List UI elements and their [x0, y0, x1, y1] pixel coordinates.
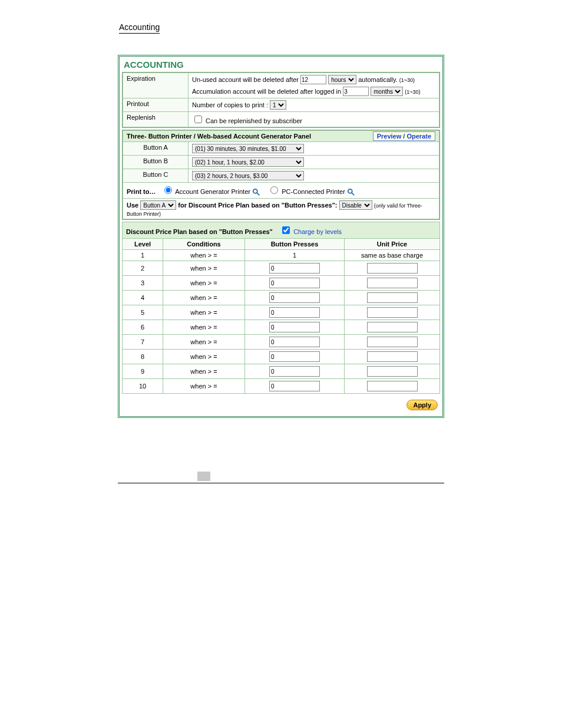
use-state-select[interactable]: Disable — [339, 200, 372, 210]
presses-cell — [245, 291, 345, 305]
replenish-checkbox-wrapper[interactable]: Can be replenished by subscriber — [192, 117, 302, 124]
preview-operate-button[interactable]: Preview / Operate — [373, 131, 435, 141]
svg-point-0 — [253, 189, 257, 193]
page-footer-line — [118, 483, 444, 484]
replenish-checkbox[interactable] — [194, 116, 202, 123]
button-c-select[interactable]: (03) 2 hours, 2 hours, $3.00 — [192, 171, 304, 180]
magnifier-icon[interactable] — [252, 188, 260, 196]
radio-account-gen[interactable] — [164, 186, 172, 194]
price-input[interactable] — [367, 337, 418, 347]
apply-button[interactable]: Apply — [406, 400, 438, 410]
level-cell: 6 — [123, 320, 163, 335]
presses-input[interactable] — [269, 366, 320, 377]
price-input[interactable] — [367, 381, 418, 391]
price-cell — [345, 291, 440, 305]
radio-account-gen-label: Account Generator Printer — [175, 188, 250, 195]
presses-cell — [245, 379, 345, 394]
use-pre: Use — [127, 202, 140, 209]
expiration-line1-range: (1~30) — [399, 77, 415, 83]
price-cell — [345, 379, 440, 394]
condition-cell: when > = — [163, 261, 245, 276]
presses-cell — [245, 261, 345, 276]
table-row: 3when > = — [123, 276, 440, 291]
price-cell: same as base charge — [345, 250, 440, 261]
condition-cell: when > = — [163, 350, 245, 364]
presses-input[interactable] — [269, 292, 320, 303]
level-cell: 4 — [123, 291, 163, 305]
button-a-label: Button A — [123, 142, 189, 156]
price-cell — [345, 335, 440, 350]
panel-title: ACCOUNTING — [122, 59, 440, 72]
price-cell — [345, 364, 440, 379]
level-cell: 3 — [123, 276, 163, 291]
unused-delete-unit-select[interactable]: hours — [328, 75, 356, 84]
presses-input[interactable] — [269, 351, 320, 362]
presses-input[interactable] — [269, 307, 320, 318]
expiration-label: Expiration — [123, 73, 189, 98]
presses-input[interactable] — [269, 263, 320, 274]
print-to-label: Print to… — [127, 188, 156, 195]
presses-input[interactable] — [269, 278, 320, 288]
svg-line-3 — [352, 193, 354, 195]
unused-delete-value-input[interactable] — [300, 75, 326, 84]
table-row: 10when > = — [123, 379, 440, 394]
price-cell — [345, 305, 440, 320]
level-cell: 5 — [123, 305, 163, 320]
col-level: Level — [123, 239, 163, 250]
presses-cell — [245, 320, 345, 335]
presses-input[interactable] — [269, 381, 320, 391]
condition-cell: when > = — [163, 305, 245, 320]
price-input[interactable] — [367, 292, 418, 303]
button-b-select[interactable]: (02) 1 hour, 1 hours, $2.00 — [192, 157, 304, 167]
table-row: 6when > = — [123, 320, 440, 335]
table-row: 8when > = — [123, 350, 440, 364]
button-c-label: Button C — [123, 169, 189, 183]
expiration-line1-pre: Un-used account will be deleted after — [192, 76, 300, 83]
expiration-line2-range: (1~30) — [405, 89, 420, 95]
three-button-header: Three- Button Printer / Web-based Accoun… — [127, 133, 357, 140]
magnifier-icon[interactable] — [347, 188, 355, 196]
condition-cell: when > = — [163, 335, 245, 350]
col-conditions: Conditions — [163, 239, 245, 250]
accum-delete-unit-select[interactable]: months — [371, 87, 403, 96]
use-button-select[interactable]: Button A — [140, 200, 176, 210]
level-cell: 7 — [123, 335, 163, 350]
level-cell: 8 — [123, 350, 163, 364]
button-b-label: Button B — [123, 156, 189, 169]
condition-cell: when > = — [163, 276, 245, 291]
table-row: 9when > = — [123, 364, 440, 379]
svg-line-1 — [257, 193, 259, 195]
radio-pc-printer-wrapper[interactable]: PC-Connected Printer — [267, 188, 347, 195]
expiration-line2-pre: Accumulation account will be deleted aft… — [192, 88, 343, 95]
radio-account-gen-wrapper[interactable]: Account Generator Printer — [161, 188, 252, 195]
price-cell — [345, 261, 440, 276]
radio-pc-printer-label: PC-Connected Printer — [282, 188, 345, 195]
price-input[interactable] — [367, 307, 418, 318]
presses-cell: 1 — [245, 250, 345, 261]
accounting-panel: ACCOUNTING Expiration Un-used account wi… — [118, 55, 444, 418]
replenish-checkbox-label: Can be replenished by subscriber — [206, 117, 302, 124]
price-input[interactable] — [367, 263, 418, 274]
button-a-select[interactable]: (01) 30 minutes, 30 minutes, $1.00 — [192, 144, 304, 153]
price-cell — [345, 276, 440, 291]
table-row: 2when > = — [123, 261, 440, 276]
condition-cell: when > = — [163, 379, 245, 394]
presses-cell — [245, 305, 345, 320]
accum-delete-value-input[interactable] — [343, 87, 369, 96]
price-input[interactable] — [367, 278, 418, 288]
presses-input[interactable] — [269, 337, 320, 347]
price-input[interactable] — [367, 322, 418, 332]
discount-title: Discount Price Plan based on "Button Pre… — [126, 228, 273, 235]
condition-cell: when > = — [163, 320, 245, 335]
condition-cell: when > = — [163, 364, 245, 379]
presses-cell — [245, 364, 345, 379]
nav-accounting-link[interactable]: Accounting — [119, 22, 160, 34]
radio-pc-printer[interactable] — [270, 186, 278, 194]
price-input[interactable] — [367, 366, 418, 377]
use-mid: for Discount Price Plan based on "Button… — [178, 202, 339, 209]
price-input[interactable] — [367, 351, 418, 362]
charge-by-levels-checkbox[interactable] — [282, 226, 290, 234]
presses-input[interactable] — [269, 322, 320, 332]
presses-cell — [245, 276, 345, 291]
printout-copies-select[interactable]: 1 — [270, 100, 286, 110]
